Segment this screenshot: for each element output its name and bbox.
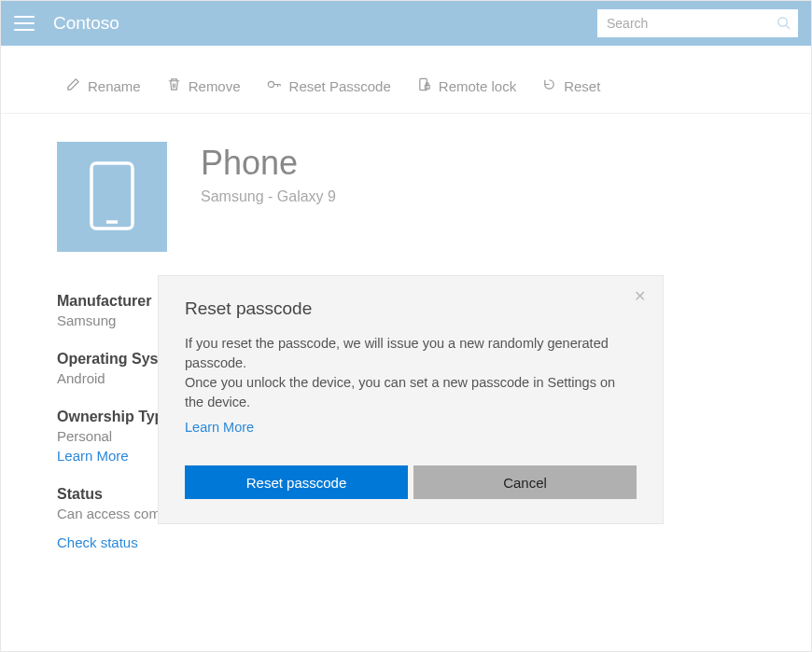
remote-lock-label: Remote lock bbox=[439, 78, 516, 94]
close-icon: ✕ bbox=[634, 288, 646, 304]
brand-title: Contoso bbox=[53, 13, 119, 34]
check-status-link[interactable]: Check status bbox=[57, 534, 138, 550]
rename-button[interactable]: Rename bbox=[66, 77, 141, 94]
reset-button[interactable]: Reset bbox=[542, 77, 600, 94]
top-bar: Contoso bbox=[1, 1, 811, 46]
dialog-cancel-button[interactable]: Cancel bbox=[413, 465, 637, 499]
reset-passcode-button[interactable]: Reset Passcode bbox=[267, 77, 391, 94]
svg-line-1 bbox=[786, 25, 790, 29]
key-icon bbox=[267, 77, 282, 94]
svg-rect-5 bbox=[91, 163, 133, 229]
dialog-confirm-button[interactable]: Reset passcode bbox=[185, 465, 408, 499]
device-subtitle: Samsung - Galaxy 9 bbox=[201, 188, 336, 205]
device-toolbar: Rename Remove Reset Passcode Remote lock bbox=[1, 46, 811, 114]
dialog-button-row: Reset passcode Cancel bbox=[185, 465, 637, 499]
reset-label: Reset bbox=[564, 78, 600, 94]
dialog-learn-more-link[interactable]: Learn More bbox=[185, 418, 254, 437]
dialog-body-line1: If you reset the passcode, we will issue… bbox=[185, 334, 637, 373]
svg-point-2 bbox=[268, 81, 273, 87]
rename-label: Rename bbox=[88, 78, 141, 94]
remove-label: Remove bbox=[189, 78, 241, 94]
dialog-body-line2: Once you unlock the device, you can set … bbox=[185, 373, 637, 412]
dialog-title: Reset passcode bbox=[185, 298, 637, 319]
reset-passcode-label: Reset Passcode bbox=[289, 78, 391, 94]
tablet-lock-icon bbox=[417, 77, 431, 94]
search-input[interactable] bbox=[597, 9, 798, 37]
device-tile bbox=[57, 142, 167, 252]
dialog-body: If you reset the passcode, we will issue… bbox=[185, 334, 637, 437]
reset-passcode-dialog: ✕ Reset passcode If you reset the passco… bbox=[158, 275, 664, 524]
ownership-learn-more-link[interactable]: Learn More bbox=[57, 448, 129, 464]
menu-icon[interactable] bbox=[14, 16, 35, 31]
svg-point-0 bbox=[778, 18, 787, 26]
device-title: Phone bbox=[201, 144, 336, 183]
device-header: Phone Samsung - Galaxy 9 bbox=[57, 142, 755, 252]
remote-lock-button[interactable]: Remote lock bbox=[417, 77, 516, 94]
search-icon bbox=[777, 16, 791, 33]
phone-icon bbox=[89, 160, 135, 234]
dialog-close-button[interactable]: ✕ bbox=[634, 289, 646, 304]
reset-icon bbox=[542, 77, 556, 94]
trash-icon bbox=[167, 77, 181, 94]
pencil-icon bbox=[66, 77, 80, 94]
search-box[interactable] bbox=[597, 9, 798, 37]
remove-button[interactable]: Remove bbox=[167, 77, 241, 94]
